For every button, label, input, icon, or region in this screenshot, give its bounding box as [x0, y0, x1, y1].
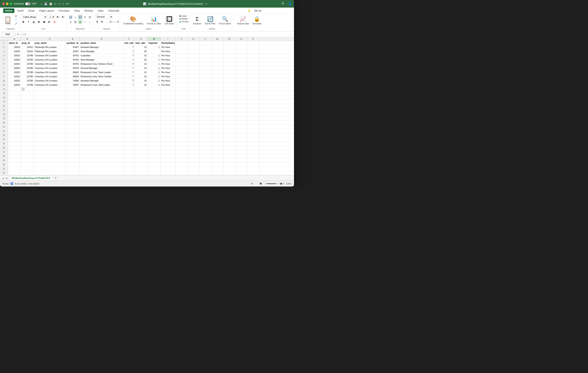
cell-empty-23-5[interactable]	[124, 133, 135, 137]
cell-empty-17-7[interactable]	[147, 108, 161, 112]
cell-empty-15-15[interactable]	[247, 100, 259, 104]
cell-empty-32-3[interactable]	[66, 171, 80, 175]
cell-empty-31-8[interactable]	[161, 167, 176, 171]
cell-extra-9-5[interactable]	[235, 75, 247, 78]
cell-extra-3-5[interactable]	[235, 49, 247, 53]
cell-empty-32-5[interactable]	[124, 171, 135, 175]
increase-decimal-button[interactable]: .0→	[109, 19, 114, 24]
cell-extra-10-6[interactable]	[247, 79, 259, 83]
cell-empty-20-5[interactable]	[124, 121, 135, 125]
row-num-16[interactable]: 16	[0, 104, 8, 108]
cell-empty-22-7[interactable]	[147, 129, 161, 133]
cell-empty-22-5[interactable]	[124, 129, 135, 133]
cell-d2[interactable]: 23327	[66, 45, 80, 49]
cell-empty-19-8[interactable]	[161, 116, 176, 121]
cell-e7[interactable]: General Manager	[80, 66, 124, 70]
col-header-o[interactable]: O	[235, 37, 247, 41]
cell-empty-17-6[interactable]	[135, 108, 147, 112]
cell-empty-23-12[interactable]	[211, 133, 223, 137]
add-sheet-button[interactable]: +	[53, 176, 58, 180]
cell-empty-19-7[interactable]	[147, 116, 161, 121]
col-header-e[interactable]: E	[80, 37, 124, 41]
col-header-l[interactable]: L	[200, 37, 211, 41]
cell-empty-25-2[interactable]	[34, 142, 66, 146]
cell-extra-7-1[interactable]	[188, 66, 200, 70]
cell-empty-13-9[interactable]	[176, 91, 188, 95]
cell-empty-26-7[interactable]	[147, 146, 161, 150]
cell-f9[interactable]: 7	[124, 75, 135, 78]
cell-extra-11-4[interactable]	[223, 83, 235, 87]
cell-empty-15-6[interactable]	[135, 100, 147, 104]
cell-empty-26-14[interactable]	[235, 146, 247, 150]
cell-c3[interactable]: Pittsburgh PA Location	[34, 49, 66, 53]
cell-extra-11-0[interactable]	[176, 83, 188, 87]
percent-button[interactable]: %	[100, 19, 104, 24]
cell-empty-27-5[interactable]	[124, 150, 135, 154]
cell-extra-10-2[interactable]	[200, 79, 211, 83]
sheet-nav-prev[interactable]: ◂	[2, 176, 5, 180]
cell-empty-20-14[interactable]	[235, 121, 247, 125]
cell-empty-24-7[interactable]	[147, 137, 161, 141]
cell-empty-32-14[interactable]	[235, 171, 247, 175]
cell-empty-28-10[interactable]	[188, 154, 200, 158]
cell-extra-9-1[interactable]	[188, 75, 200, 78]
cell-empty-29-6[interactable]	[135, 158, 147, 162]
cell-extra-11-1[interactable]	[188, 83, 200, 87]
cell-empty-26-11[interactable]	[200, 146, 211, 150]
cell-empty-32-7[interactable]	[147, 171, 161, 175]
cell-empty-26-4[interactable]	[80, 146, 124, 150]
comma-button[interactable]: ,	[105, 19, 109, 24]
row-num-19[interactable]: 19	[0, 116, 8, 121]
underline-button[interactable]: U	[32, 20, 36, 24]
row-num-30[interactable]: 30	[0, 163, 8, 166]
cell-extra-7-6[interactable]	[247, 66, 259, 70]
cell-empty-21-3[interactable]	[66, 125, 80, 129]
cell-empty-28-11[interactable]	[200, 154, 211, 158]
cell-empty-30-8[interactable]	[161, 163, 176, 166]
cell-h10[interactable]: 1	[147, 79, 161, 83]
cell-a7[interactable]: 10023	[8, 66, 21, 70]
cell-b8[interactable]: 23788	[21, 70, 34, 74]
cell-empty-21-6[interactable]	[135, 125, 147, 129]
cell-empty-21-8[interactable]	[161, 125, 176, 129]
cell-f11[interactable]: 7	[124, 83, 135, 87]
cell-empty-14-7[interactable]	[147, 95, 161, 99]
search-icon[interactable]: 🔍	[282, 2, 285, 5]
cell-empty-28-7[interactable]	[147, 154, 161, 158]
cell-empty-19-6[interactable]	[135, 116, 147, 121]
cell-empty-23-2[interactable]	[34, 133, 66, 137]
conditional-formatting-button[interactable]: 🎨 Conditional Formatting	[121, 15, 145, 26]
cell-e6[interactable]: Restaurant Crew: Delivery Driver	[80, 62, 124, 66]
zoom-out-icon[interactable]: −	[264, 182, 265, 185]
bold-button[interactable]: B	[21, 20, 26, 24]
cell-extra-6-4[interactable]	[223, 62, 235, 66]
cell-empty-15-2[interactable]	[34, 100, 66, 104]
cell-c4[interactable]: Columbus OH Location	[34, 54, 66, 57]
cell-empty-32-15[interactable]	[247, 171, 259, 175]
cell-empty-22-3[interactable]	[66, 129, 80, 133]
cell-empty-18-0[interactable]	[8, 112, 21, 116]
cell-empty-32-10[interactable]	[188, 171, 200, 175]
cell-empty-13-15[interactable]	[247, 91, 259, 95]
cell-empty-30-7[interactable]	[147, 163, 161, 166]
cell-empty-21-14[interactable]	[235, 125, 247, 129]
cell-empty-18-12[interactable]	[211, 112, 223, 116]
cell-empty-27-0[interactable]	[8, 150, 21, 154]
col-header-n[interactable]: N	[223, 37, 235, 41]
undo-icon[interactable]: ↩	[54, 2, 56, 5]
cell-g9[interactable]: 15	[135, 75, 147, 78]
cell-extra-6-5[interactable]	[235, 62, 247, 66]
cell-extra-11-3[interactable]	[211, 83, 223, 87]
cell-empty-19-5[interactable]	[124, 116, 135, 121]
cell-extra-8-1[interactable]	[188, 70, 200, 74]
cell-empty-29-7[interactable]	[147, 158, 161, 162]
cell-extra-8-3[interactable]	[211, 70, 223, 74]
cell-f5[interactable]: 7	[124, 58, 135, 62]
cell-empty-13-12[interactable]	[211, 91, 223, 95]
cell-d6[interactable]: 34783	[66, 62, 80, 66]
align-left-button[interactable]: ≡	[68, 20, 73, 24]
cell-extra-6-2[interactable]	[200, 62, 211, 66]
row-num-23[interactable]: 23	[0, 133, 8, 137]
cell-empty-16-9[interactable]	[176, 104, 188, 108]
cell-empty-23-15[interactable]	[247, 133, 259, 137]
